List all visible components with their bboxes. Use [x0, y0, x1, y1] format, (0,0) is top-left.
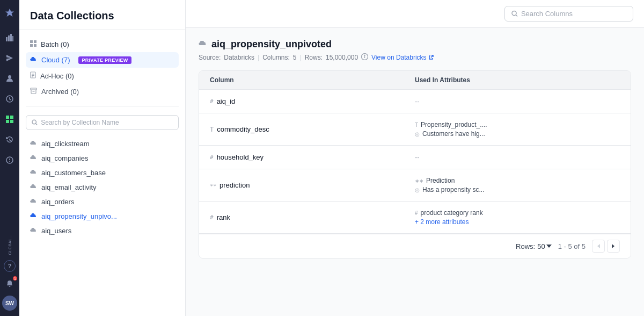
collection-label: aiq_email_activity — [41, 183, 97, 191]
nav-item-batch[interactable]: Batch (0) — [26, 37, 179, 52]
search-columns-box[interactable] — [504, 6, 633, 21]
main-content: aiq_propensity_unpivoted Source: Databri… — [186, 0, 644, 316]
collection-cloud-icon — [199, 40, 207, 49]
grid-icon[interactable] — [1, 111, 18, 128]
svg-rect-9 — [10, 120, 13, 123]
avatar[interactable]: SW — [2, 296, 17, 311]
attr-item-more[interactable]: + 2 more attributes — [415, 218, 620, 226]
attr-item: ◎ Has a propensity sc... — [415, 186, 620, 193]
nav-item-cloud-label: Cloud (7) — [41, 56, 70, 64]
rows-per-page-select[interactable]: 50 — [537, 242, 551, 250]
svg-rect-3 — [12, 36, 13, 41]
collection-item-aiq-email-activity[interactable]: aiq_email_activity — [26, 180, 179, 195]
collection-label: aiq_orders — [41, 198, 74, 206]
help-icon[interactable]: ? — [4, 260, 16, 272]
meta-info-icon — [361, 53, 368, 62]
table-header: Column Used In Attributes — [199, 71, 631, 90]
attr-label: Customers have hig... — [422, 130, 485, 138]
collection-item-aiq-customers-base[interactable]: aiq_customers_base — [26, 166, 179, 180]
next-page-button[interactable] — [607, 240, 620, 253]
cloud-icon — [30, 227, 37, 235]
adhoc-icon — [30, 71, 36, 80]
notification-badge: 1 — [13, 276, 17, 281]
page-title: Data Collections — [30, 10, 114, 22]
col-name-commodity-desc: T commodity_desc — [210, 125, 415, 133]
attr-type-icon: ◎ — [415, 187, 420, 193]
th-attributes: Used In Attributes — [415, 76, 620, 84]
bell-icon[interactable]: 1 — [1, 275, 18, 292]
send-icon[interactable] — [1, 49, 18, 67]
table-row: ∗∗ prediction ∗∗ Prediction ◎ Has a prop… — [199, 169, 631, 202]
person-icon[interactable] — [1, 70, 18, 87]
cloud-icon — [30, 213, 37, 220]
collection-item-aiq-companies[interactable]: aiq_companies — [26, 151, 179, 166]
svg-rect-16 — [34, 44, 36, 47]
search-columns-input[interactable] — [521, 10, 626, 18]
view-on-databricks-link[interactable]: View on Databricks — [371, 54, 434, 61]
svg-rect-13 — [30, 40, 33, 43]
nav-item-archived[interactable]: Archived (0) — [26, 84, 179, 99]
attr-type-icon: ∗∗ — [415, 178, 423, 184]
collection-item-aiq-propensity[interactable]: aiq_propensity_unpivo... — [26, 209, 179, 224]
collection-label: aiq_customers_base — [41, 169, 106, 177]
svg-rect-0 — [6, 37, 8, 41]
data-table: Column Used In Attributes # aiq_id -- T … — [199, 70, 631, 258]
meta-rows-label: Rows: — [305, 54, 323, 61]
rows-select: Rows: 50 — [516, 242, 552, 250]
svg-rect-2 — [10, 34, 12, 41]
collection-header: aiq_propensity_unpivoted — [199, 39, 631, 50]
col-name-aiq-id: # aiq_id — [210, 97, 415, 105]
collection-search-box[interactable] — [26, 115, 179, 130]
meta-columns-label: Columns: — [262, 54, 290, 61]
collection-label: aiq_companies — [41, 154, 88, 162]
collection-item-aiq-users[interactable]: aiq_users — [26, 224, 179, 238]
prev-page-button[interactable] — [592, 240, 605, 253]
rows-per-page-value: 50 — [537, 242, 545, 250]
col-type-icon: # — [210, 98, 214, 105]
external-link-icon — [428, 55, 434, 60]
attr-label: Has a propensity sc... — [422, 186, 484, 193]
batch-icon — [30, 40, 36, 48]
content-area: aiq_propensity_unpivoted Source: Databri… — [186, 28, 644, 316]
nav-item-archived-label: Archived (0) — [41, 88, 79, 96]
private-preview-badge: PRIVATE PREVIEW — [78, 56, 131, 64]
page-info: 1 - 5 of 5 — [558, 242, 586, 250]
col-type-icon: T — [210, 126, 214, 133]
col-name-label: household_key — [217, 153, 264, 161]
meta-rows-value: 15,000,000 — [326, 54, 358, 61]
table-row: # aiq_id -- — [199, 90, 631, 113]
col-attrs: # product category rank + 2 more attribu… — [415, 209, 620, 226]
left-header: Data Collections — [19, 0, 185, 30]
chevron-left-icon — [596, 243, 601, 249]
rows-label: Rows: — [516, 242, 535, 250]
nav-item-cloud[interactable]: Cloud (7) PRIVATE PREVIEW — [26, 52, 179, 68]
collection-item-aiq-clickstream[interactable]: aiq_clickstream — [26, 137, 179, 151]
attr-type-icon: ◎ — [415, 131, 420, 137]
collection-search-input[interactable] — [41, 119, 173, 126]
nav-item-adhoc[interactable]: Ad-Hoc (0) — [26, 68, 179, 84]
col-name-household-key: # household_key — [210, 153, 415, 161]
svg-rect-15 — [30, 44, 33, 47]
clock-icon[interactable] — [1, 90, 18, 107]
meta-source-label: Source: — [199, 54, 221, 61]
chevron-down-icon — [546, 245, 552, 248]
divider — [26, 106, 179, 106]
search-columns-icon — [511, 10, 518, 17]
attr-item: # product category rank — [415, 209, 620, 217]
more-attrs-link[interactable]: + 2 more attributes — [415, 218, 469, 226]
tag-icon[interactable] — [1, 152, 18, 169]
table-row: T commodity_desc T Propensity_product_..… — [199, 113, 631, 146]
attr-label: Propensity_product_.... — [421, 121, 487, 128]
attr-label: product category rank — [421, 209, 483, 217]
svg-line-24 — [35, 124, 37, 125]
attr-item: ∗∗ Prediction — [415, 177, 620, 184]
chart-bar-icon[interactable] — [1, 29, 18, 46]
logo-icon[interactable] — [2, 5, 17, 20]
chevron-right-icon — [611, 243, 616, 249]
icon-sidebar: GLOBAL... ? 1 SW — [0, 0, 19, 316]
search-icon — [32, 119, 38, 126]
col-name-label: rank — [217, 213, 230, 221]
history-icon[interactable] — [1, 131, 18, 148]
cloud-icon — [30, 169, 37, 177]
collection-item-aiq-orders[interactable]: aiq_orders — [26, 195, 179, 209]
